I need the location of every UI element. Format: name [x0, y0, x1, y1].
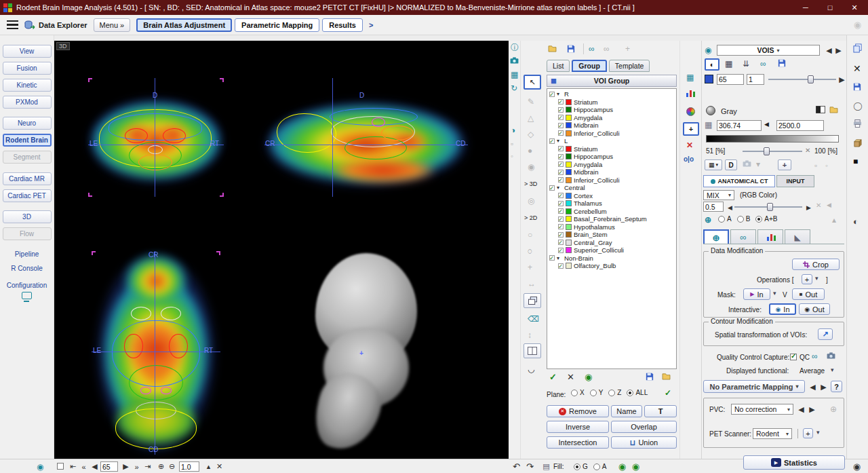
gray-gradient-bar[interactable]: [706, 135, 839, 143]
vois-dropdown[interactable]: VOIS▾: [717, 45, 820, 56]
scanner-dropdown[interactable]: Rodent▾: [753, 428, 792, 439]
sidebar-item[interactable]: 3D: [3, 210, 52, 223]
contour-tool-icon[interactable]: ◇: [528, 130, 534, 138]
viewport-coronal[interactable]: D LE RT: [88, 78, 224, 197]
contrast-button[interactable]: ◐: [705, 58, 719, 71]
voi-visible-checkbox[interactable]: [558, 193, 564, 198]
tools-3d-label[interactable]: > 3D: [524, 181, 537, 187]
spatial-transform-button[interactable]: ↗: [818, 328, 833, 340]
pvc-preview-icon[interactable]: ⊕: [830, 405, 837, 413]
ab-option[interactable]: A: [718, 215, 732, 223]
small-box-icon[interactable]: ▫: [511, 140, 513, 148]
small-square-icon[interactable]: ▫: [814, 162, 817, 170]
scanner-caret-icon[interactable]: ▾: [816, 430, 820, 436]
copy-page-icon[interactable]: [853, 43, 862, 53]
colormap-sphere-icon[interactable]: [706, 106, 715, 115]
console-icon[interactable]: [22, 292, 32, 299]
confirm-icon[interactable]: ✓: [549, 373, 557, 381]
voi-row[interactable]: Thalamus: [547, 200, 676, 208]
voi-row[interactable]: Amygdala: [547, 114, 676, 122]
voi-row[interactable]: Olfactory_Bulb: [547, 262, 676, 270]
freehand-tool-icon[interactable]: ✎: [528, 98, 534, 106]
grid-view-icon[interactable]: ▦: [686, 73, 694, 81]
voi-visible-checkbox[interactable]: [558, 224, 564, 229]
zoom-in-icon[interactable]: ⊕: [156, 461, 166, 472]
qc-link-icon[interactable]: ∞: [812, 352, 818, 360]
voi-visible-checkbox[interactable]: [558, 99, 564, 105]
sidebar-item[interactable]: Neuro: [3, 117, 52, 130]
save-voi-icon[interactable]: [567, 45, 575, 53]
qc-checkbox[interactable]: [790, 354, 797, 360]
mix-dropdown[interactable]: MIX▾: [703, 190, 734, 200]
delete-voi-icon[interactable]: ✕: [686, 141, 693, 149]
open-voi-icon[interactable]: [548, 45, 557, 52]
prev-slice-icon[interactable]: ◀: [90, 461, 100, 472]
black-square-icon[interactable]: ■: [853, 157, 858, 166]
sidebar-item[interactable]: Fusion: [3, 62, 52, 75]
plane-option[interactable]: X: [571, 389, 585, 396]
crosshair-horizontal[interactable]: [92, 352, 220, 352]
collapse-icon[interactable]: [557, 255, 562, 261]
voi-row[interactable]: Hippocampus: [547, 106, 676, 114]
collapse-bar-icon[interactable]: ▴: [203, 461, 214, 472]
voi-visible-checkbox[interactable]: [549, 92, 555, 97]
new-voi-icon[interactable]: ◉: [585, 373, 592, 381]
slice-number-input[interactable]: [100, 461, 118, 472]
qc-capture-icon[interactable]: [827, 352, 835, 359]
sidebar-item[interactable]: Configuration: [3, 280, 52, 290]
refresh-icon[interactable]: ↻: [511, 84, 517, 92]
unlink-icon[interactable]: ∞: [604, 45, 610, 53]
collapse-icon[interactable]: [557, 185, 562, 191]
sidebar-item[interactable]: View: [3, 45, 52, 58]
voi-tab[interactable]: Group: [572, 60, 607, 72]
zoom-factor-input[interactable]: [179, 461, 199, 472]
sphere-3d-tool-icon[interactable]: ◎: [528, 197, 534, 205]
save-list-icon[interactable]: [646, 373, 654, 381]
voi-visible-checkbox[interactable]: [558, 232, 564, 238]
pointer-tool-button[interactable]: ↖: [524, 75, 541, 90]
link-layers-icon[interactable]: ∞: [760, 60, 766, 68]
split-view-button[interactable]: [524, 343, 541, 358]
tab-voi-link[interactable]: ∞: [730, 229, 756, 244]
crosshair-vertical[interactable]: [332, 78, 333, 197]
tab-input[interactable]: INPUT: [776, 175, 814, 187]
voi-visible-checkbox[interactable]: [549, 138, 555, 144]
union-button[interactable]: ⊔ Union: [611, 436, 677, 449]
name-button[interactable]: Name: [611, 405, 642, 417]
fill-option[interactable]: G: [574, 463, 588, 470]
sphere-tool-icon[interactable]: ●: [528, 147, 532, 155]
tab-voi-statistics[interactable]: [757, 229, 783, 244]
contrast-half-icon[interactable]: ◐: [853, 217, 859, 226]
voi-visible-checkbox[interactable]: [558, 154, 564, 159]
fill-option[interactable]: A: [593, 463, 607, 470]
interactive-out-button[interactable]: ◉Out: [799, 303, 830, 315]
load-list-icon[interactable]: [662, 373, 671, 380]
plane-radio[interactable]: [571, 390, 578, 396]
transform-tool-icon[interactable]: +: [528, 263, 532, 271]
sidebar-item[interactable]: Flow: [3, 227, 52, 240]
polygon-tool-icon[interactable]: △: [528, 114, 534, 122]
plane-radio[interactable]: [627, 390, 633, 396]
compare-icon[interactable]: ◑: [511, 126, 515, 134]
colormap-name[interactable]: Gray: [721, 107, 737, 115]
sidebar-item[interactable]: Cardiac MR: [3, 172, 52, 185]
mask-out-button[interactable]: ■Out: [792, 288, 825, 300]
operations-add-button[interactable]: +: [802, 274, 812, 284]
voi-visible-checkbox[interactable]: [558, 170, 564, 175]
displayed-functional-value[interactable]: Average: [800, 367, 825, 375]
scanner-add-button[interactable]: +: [803, 428, 813, 438]
redo-icon[interactable]: ↷: [525, 461, 535, 472]
first-slice-icon[interactable]: ⇤: [68, 461, 78, 472]
voi-visible-checkbox[interactable]: [558, 240, 564, 245]
close-panel-icon[interactable]: ✕: [853, 64, 861, 73]
maximize-button[interactable]: □: [820, 3, 840, 12]
operations-caret-icon[interactable]: ▾: [815, 276, 818, 282]
layout-grid-icon[interactable]: ▦: [511, 71, 518, 79]
voi-row[interactable]: Hippocampus: [547, 153, 676, 161]
crosshair-horizontal[interactable]: [88, 145, 224, 145]
scale-step-input[interactable]: [747, 74, 764, 85]
text-button[interactable]: T: [644, 405, 677, 417]
collapse-icon[interactable]: ▴: [832, 216, 836, 224]
collapse-icon[interactable]: [557, 91, 562, 97]
next-fast-icon[interactable]: »: [132, 461, 142, 472]
